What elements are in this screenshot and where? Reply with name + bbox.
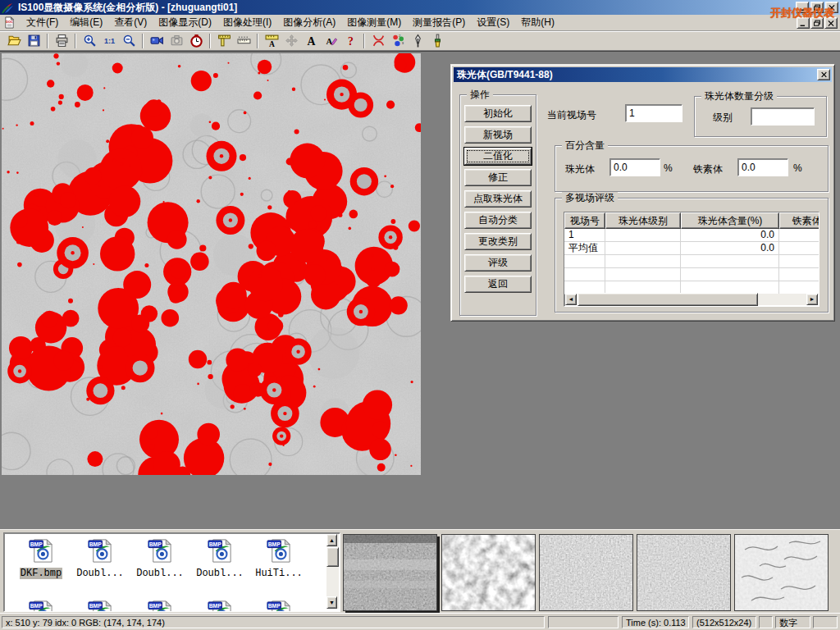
file-item-2[interactable]: Doubl... xyxy=(71,537,129,579)
dialog-close-button[interactable] xyxy=(817,69,830,80)
op-button-4[interactable]: 修正 xyxy=(464,169,532,186)
actual-size-tool-button[interactable]: 1:1 xyxy=(99,32,119,49)
table-horizontal-scrollbar[interactable]: ◄► xyxy=(565,294,818,305)
pearlite-percent-input[interactable]: 0.0 xyxy=(609,158,660,176)
open-tool-button[interactable] xyxy=(4,32,24,49)
table-scrollbar-thumb[interactable] xyxy=(578,293,758,306)
menu-item-8[interactable]: 测量报告(P) xyxy=(407,15,471,30)
thumbnail-2[interactable] xyxy=(441,534,536,611)
op-button-2[interactable]: 新视场 xyxy=(464,126,532,144)
multi-field-table[interactable]: 视场号珠光体级别珠光体含量(%)铁素体含量(%)10.0平均值0.0◄► xyxy=(564,212,819,307)
file-item-4[interactable]: Doubl... xyxy=(191,537,249,579)
file-item-partial-1[interactable] xyxy=(12,599,70,612)
ferrite-percent-label: 铁素体 xyxy=(693,162,723,176)
op-button-8[interactable]: 评级 xyxy=(464,254,532,272)
brush-icon xyxy=(431,34,445,48)
font-icon: A xyxy=(304,34,318,48)
percent-group-label: 百分含量 xyxy=(562,139,608,152)
menu-item-3[interactable]: 查看(V) xyxy=(108,15,153,30)
thumbnail-3[interactable] xyxy=(539,534,633,611)
thumbnail-1[interactable] xyxy=(343,534,437,611)
scroll-right-button[interactable]: ► xyxy=(806,294,818,305)
file-browser-scrollbar[interactable]: ▲ ▼ xyxy=(326,534,339,609)
multi-field-group-label: 多视场评级 xyxy=(562,192,618,204)
camera-tool-button[interactable] xyxy=(167,32,186,49)
dialog-title-bar[interactable]: 珠光体(GB/T9441-88) xyxy=(454,67,832,82)
help-icon: ? xyxy=(344,34,358,48)
video-camera-tool-button[interactable] xyxy=(147,32,167,49)
actual-size-icon: 1:1 xyxy=(103,34,116,48)
status-time: Time (s): 0.113 xyxy=(622,616,689,628)
scroll-left-button[interactable]: ◄ xyxy=(565,294,577,305)
op-button-7[interactable]: 更改类别 xyxy=(464,233,532,250)
op-button-9[interactable]: 返回 xyxy=(464,276,532,293)
current-field-input[interactable]: 1 xyxy=(625,104,682,122)
menu-item-10[interactable]: 帮助(H) xyxy=(515,15,560,30)
classify-tool-button[interactable]: 23 xyxy=(388,32,408,49)
svg-text:A: A xyxy=(307,35,315,48)
zoom-out-tool-button[interactable] xyxy=(119,32,139,49)
menu-item-7[interactable]: 图像测量(M) xyxy=(341,15,407,30)
caliper-tool-button[interactable] xyxy=(214,32,234,49)
annotate-tool-button[interactable]: A xyxy=(321,32,340,49)
save-tool-button[interactable] xyxy=(24,32,43,49)
svg-text:DOC: DOC xyxy=(6,19,13,23)
table-row-3[interactable] xyxy=(564,255,819,268)
menu-item-6[interactable]: 图像分析(A) xyxy=(277,15,341,30)
file-item-partial-4[interactable] xyxy=(191,599,249,612)
file-browser[interactable]: ▲ ▼ DKF.bmpDoubl...Doubl...Doubl...HuiTi… xyxy=(3,532,340,612)
vendor-watermark: 开封仪器仪表 xyxy=(770,6,834,21)
menu-item-4[interactable]: 图像显示(D) xyxy=(153,15,217,30)
table-column-header-1[interactable]: 视场号 xyxy=(564,212,605,229)
menu-item-5[interactable]: 图像处理(I) xyxy=(217,15,277,30)
file-item-1[interactable]: DKF.bmp xyxy=(12,537,70,579)
table-row-1[interactable]: 10.0 xyxy=(564,229,819,242)
file-item-5[interactable]: HuiTi... xyxy=(250,537,308,579)
table-cell xyxy=(605,255,681,268)
table-column-header-4[interactable]: 铁素体含量(%) xyxy=(779,212,819,229)
table-cell xyxy=(564,268,605,281)
move-tool-button[interactable] xyxy=(281,32,301,49)
scroll-up-button[interactable]: ▲ xyxy=(326,534,337,546)
op-button-5[interactable]: 点取珠光体 xyxy=(464,190,532,208)
metallographic-image[interactable] xyxy=(2,53,421,475)
curve-tool-button[interactable] xyxy=(368,32,388,49)
table-column-header-3[interactable]: 珠光体含量(%) xyxy=(681,212,779,229)
file-item-3[interactable]: Doubl... xyxy=(131,537,189,579)
timer-tool-button[interactable] xyxy=(186,32,206,49)
zoom-out-icon xyxy=(122,34,136,48)
menu-item-9[interactable]: 设置(S) xyxy=(471,15,515,30)
op-button-6[interactable]: 自动分类 xyxy=(464,212,532,229)
file-item-partial-3[interactable] xyxy=(131,599,189,612)
print-tool-button[interactable] xyxy=(52,32,71,49)
op-button-1[interactable]: 初始化 xyxy=(464,105,532,122)
percent-group: 百分含量 珠光体 0.0 % 铁素体 0.0 % xyxy=(555,145,829,192)
thumbnail-4[interactable] xyxy=(637,534,731,611)
ferrite-percent-input[interactable]: 0.0 xyxy=(737,158,788,176)
menu-item-2[interactable]: 编辑(E) xyxy=(64,15,108,30)
zoom-in-tool-button[interactable] xyxy=(80,32,99,49)
svg-text:1:1: 1:1 xyxy=(103,37,114,45)
file-item-partial-5[interactable] xyxy=(250,599,308,612)
thumbnail-5[interactable] xyxy=(734,534,829,611)
ruler-tool-button[interactable] xyxy=(234,32,253,49)
grade-input[interactable] xyxy=(751,107,815,126)
table-cell: 平均值 xyxy=(564,242,605,255)
table-row-2[interactable]: 平均值0.0 xyxy=(564,242,819,255)
operation-group: 操作 初始化新视场二值化修正点取珠光体自动分类更改类别评级返回 xyxy=(459,94,536,316)
video-camera-icon xyxy=(150,34,164,48)
document-icon[interactable]: DOC xyxy=(3,16,16,30)
bmp-file-icon xyxy=(266,537,293,564)
measure-font-tool-button[interactable]: A xyxy=(262,32,281,49)
table-row-4[interactable] xyxy=(564,268,819,281)
op-button-3[interactable]: 二值化 xyxy=(464,148,532,165)
scroll-down-button[interactable]: ▼ xyxy=(326,596,337,609)
file-item-partial-2[interactable] xyxy=(71,599,129,612)
table-column-header-2[interactable]: 珠光体级别 xyxy=(605,212,681,229)
font-tool-button[interactable]: A xyxy=(301,32,321,49)
menu-item-1[interactable]: 文件(F) xyxy=(21,15,64,30)
pen-tool-button[interactable] xyxy=(408,32,427,49)
help-tool-button[interactable]: ? xyxy=(340,32,360,49)
brush-tool-button[interactable] xyxy=(427,32,447,49)
scrollbar-thumb[interactable] xyxy=(326,547,339,567)
